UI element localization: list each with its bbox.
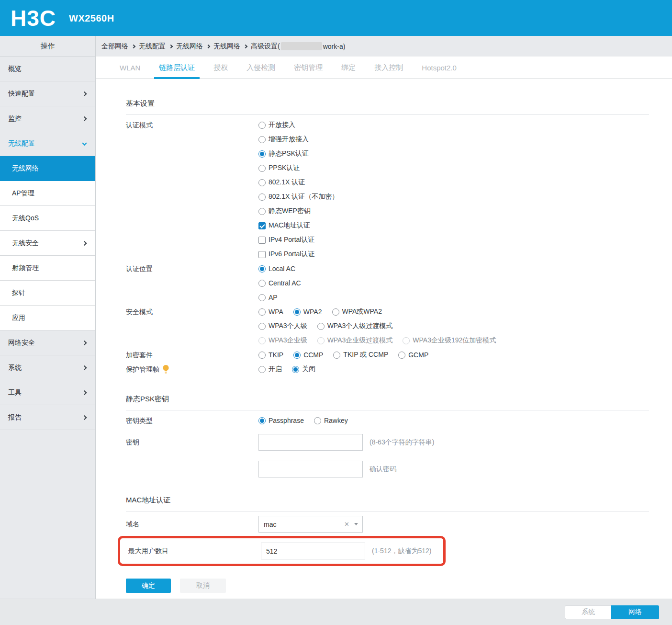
sidebar-item-application[interactable]: 应用	[0, 306, 95, 330]
radio-open-access[interactable]: 开放接入	[258, 118, 649, 132]
sidebar-item-system[interactable]: 系统	[0, 355, 95, 380]
radio-icon	[258, 323, 266, 330]
breadcrumb-item[interactable]: 无线配置	[139, 42, 166, 51]
max-users-label: 最大用户数目	[128, 543, 261, 559]
sidebar-item-report[interactable]: 报告	[0, 405, 95, 430]
checkbox-checked-icon	[258, 222, 266, 229]
radio-wpa2[interactable]: WPA2	[293, 305, 322, 319]
sidebar-item-overview[interactable]: 概览	[0, 57, 95, 81]
device-model: WX2560H	[69, 13, 114, 24]
sidebar-item-wireless-security[interactable]: 无线安全	[0, 231, 95, 256]
radio-wpa3-personal-transition[interactable]: WPA3个人级过渡模式	[317, 319, 393, 333]
dropdown-arrow-icon	[354, 523, 358, 525]
tab-wlan[interactable]: WLAN	[118, 57, 142, 79]
max-users-hint: (1-512，缺省为512)	[372, 547, 432, 556]
sidebar-item-tools[interactable]: 工具	[0, 380, 95, 405]
chevron-right-icon	[82, 116, 87, 121]
radio-static-wep-key[interactable]: 静态WEP密钥	[258, 204, 649, 218]
radio-8021x-auth[interactable]: 802.1X 认证	[258, 175, 649, 190]
radio-ap[interactable]: AP	[258, 290, 649, 305]
radio-enhanced-open-access[interactable]: 增强开放接入	[258, 132, 649, 147]
radio-checked-icon	[292, 366, 299, 373]
top-header: H3C WX2560H	[0, 0, 672, 36]
radio-checked-icon	[293, 352, 301, 359]
auth-mode-label: 认证模式	[126, 118, 258, 132]
radio-pmf-on[interactable]: 开启	[258, 362, 282, 376]
radio-central-ac[interactable]: Central AC	[258, 276, 649, 290]
tab-key-management[interactable]: 密钥管理	[292, 57, 324, 79]
sidebar-item-network-security[interactable]: 网络安全	[0, 330, 95, 355]
radio-tkip[interactable]: TKIP	[258, 348, 283, 362]
tab-authorization[interactable]: 授权	[212, 57, 229, 79]
radio-checked-icon	[258, 417, 266, 424]
radio-icon	[333, 352, 340, 359]
sidebar-item-quick-config[interactable]: 快速配置	[0, 81, 95, 106]
breadcrumb-item[interactable]: 全部网络	[101, 42, 128, 51]
section-title-mac-auth: MAC地址认证	[126, 477, 649, 511]
chevron-right-icon	[82, 415, 87, 420]
radio-wpa[interactable]: WPA	[258, 305, 283, 319]
radio-ppsk-auth[interactable]: PPSK认证	[258, 161, 649, 175]
checkbox-ipv6-portal-auth[interactable]: IPv6 Portal认证	[258, 247, 649, 261]
radio-local-ac[interactable]: Local AC	[258, 261, 649, 276]
chevron-right-icon	[82, 241, 87, 246]
lightbulb-icon	[163, 365, 169, 374]
radio-icon	[258, 294, 266, 301]
tab-link-layer-auth[interactable]: 链路层认证	[157, 57, 196, 79]
sidebar-item-wireless-config[interactable]: 无线配置	[0, 131, 95, 156]
key-type-label: 密钥类型	[126, 413, 258, 428]
sidebar-item-monitoring[interactable]: 监控	[0, 106, 95, 131]
system-view-button[interactable]: 系统	[565, 605, 611, 619]
breadcrumb-current: 高级设置(work-a)	[251, 42, 345, 51]
network-view-button[interactable]: 网络	[611, 605, 659, 619]
radio-ccmp[interactable]: CCMP	[293, 348, 323, 362]
sidebar-item-wireless-qos[interactable]: 无线QoS	[0, 206, 95, 231]
radio-icon	[314, 417, 321, 424]
checkbox-ipv4-portal-auth[interactable]: IPv4 Portal认证	[258, 233, 649, 247]
radio-pmf-off[interactable]: 关闭	[292, 362, 315, 376]
checkbox-mac-auth[interactable]: MAC地址认证	[258, 218, 649, 233]
tab-intrusion-detection[interactable]: 入侵检测	[245, 57, 277, 79]
breadcrumb-separator-icon	[169, 44, 173, 48]
ok-button[interactable]: 确定	[126, 579, 171, 593]
radio-icon	[258, 280, 266, 287]
sidebar-item-ap-management[interactable]: AP管理	[0, 181, 95, 206]
radio-wpa-or-wpa2[interactable]: WPA或WPA2	[332, 305, 382, 319]
cancel-button[interactable]: 取消	[180, 579, 226, 593]
radio-8021x-auth-no-encrypt[interactable]: 802.1X 认证（不加密）	[258, 190, 649, 204]
radio-icon	[258, 366, 266, 373]
radio-static-psk-auth[interactable]: 静态PSK认证	[258, 147, 649, 161]
radio-gcmp[interactable]: GCMP	[398, 348, 428, 362]
domain-label: 域名	[126, 516, 258, 533]
radio-wpa3-personal[interactable]: WPA3个人级	[258, 319, 307, 333]
radio-rawkey[interactable]: Rawkey	[314, 413, 348, 428]
radio-icon	[258, 136, 266, 143]
form-content: 基本设置 认证模式 开放接入 增强开放接入 静态PSK认证 PPSK认证 802…	[96, 79, 672, 599]
radio-passphrase[interactable]: Passphrase	[258, 413, 304, 428]
page-footer: 系统 网络	[0, 599, 672, 625]
chevron-down-icon	[82, 141, 87, 146]
tab-hotspot20[interactable]: Hotspot2.0	[420, 57, 458, 79]
psk-key-confirm-input[interactable]	[258, 461, 363, 477]
psk-key-input[interactable]	[258, 434, 363, 451]
domain-select[interactable]: mac ✕	[258, 516, 363, 533]
sidebar-item-probe[interactable]: 探针	[0, 281, 95, 306]
section-divider	[126, 511, 649, 511]
annotation-highlight-box: 最大用户数目 (1-512，缺省为512)	[118, 536, 446, 566]
radio-tkip-or-ccmp[interactable]: TKIP 或 CCMP	[333, 348, 388, 362]
section-divider	[126, 114, 649, 115]
clear-icon[interactable]: ✕	[344, 521, 349, 527]
tab-access-control[interactable]: 接入控制	[373, 57, 404, 79]
sidebar-item-rf-management[interactable]: 射频管理	[0, 256, 95, 281]
radio-wpa3-enterprise: WPA3企业级	[258, 333, 307, 348]
checkbox-icon	[258, 237, 266, 244]
breadcrumb-item[interactable]: 无线网络	[213, 42, 240, 51]
radio-disabled-icon	[317, 337, 325, 344]
radio-icon	[258, 165, 266, 172]
radio-icon	[258, 122, 266, 129]
max-users-input[interactable]	[261, 543, 365, 559]
sidebar-item-wireless-network[interactable]: 无线网络	[0, 156, 95, 181]
breadcrumb-item[interactable]: 无线网络	[176, 42, 203, 51]
tab-binding[interactable]: 绑定	[340, 57, 357, 79]
h3c-logo: H3C	[11, 7, 56, 29]
